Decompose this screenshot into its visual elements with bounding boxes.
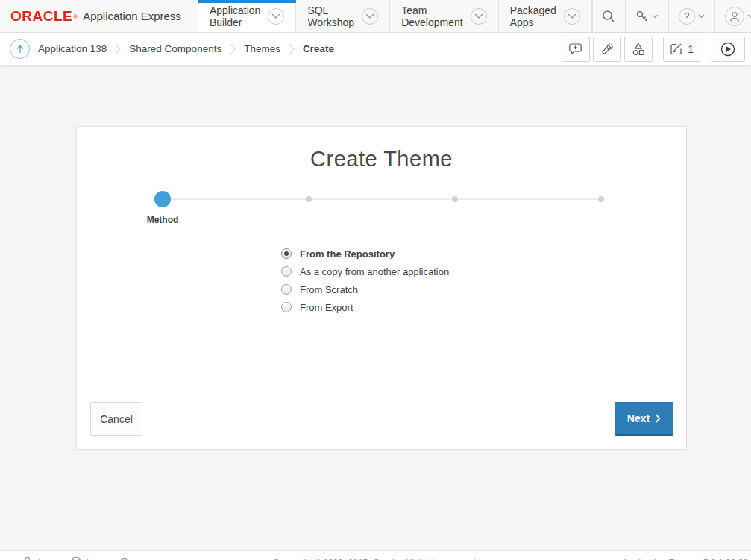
main-nav-tabs: Application Builder SQL Workshop Team De… bbox=[198, 0, 592, 32]
create-theme-wizard-card: Create Theme Method From the Repository … bbox=[76, 126, 687, 450]
chevron-down-icon bbox=[652, 14, 659, 19]
wizard-step-4 bbox=[598, 191, 604, 202]
wizard-step-3 bbox=[452, 191, 458, 202]
shapes-icon bbox=[631, 42, 646, 57]
run-application-button[interactable] bbox=[711, 37, 745, 62]
tab-label: Team Development bbox=[401, 4, 463, 28]
tab-team-development[interactable]: Team Development bbox=[390, 0, 499, 32]
help-menu-button[interactable]: ? bbox=[668, 0, 714, 32]
breadcrumb-shared-components[interactable]: Shared Components bbox=[129, 43, 221, 54]
edit-pencil-icon bbox=[670, 43, 682, 55]
tab-label: Application Builder bbox=[210, 4, 261, 28]
edit-page-button[interactable]: 1 bbox=[663, 37, 700, 62]
radio-option-from-repository[interactable]: From the Repository bbox=[281, 248, 449, 259]
wizard-progress-train: Method bbox=[163, 191, 601, 228]
tab-label: SQL Workshop bbox=[307, 4, 354, 28]
tab-application-builder[interactable]: Application Builder bbox=[198, 0, 297, 32]
pending-step-dot bbox=[306, 196, 312, 202]
feedback-button[interactable] bbox=[562, 37, 590, 62]
step-label: Method bbox=[147, 215, 179, 225]
comment-plus-icon bbox=[568, 42, 583, 56]
current-step-dot bbox=[154, 191, 171, 207]
admin-key-icon bbox=[635, 10, 649, 23]
breadcrumb-themes[interactable]: Themes bbox=[244, 43, 280, 54]
wizard-step-2 bbox=[306, 191, 312, 202]
method-radio-group: From the Repository As a copy from anoth… bbox=[281, 248, 449, 312]
next-button[interactable]: Next bbox=[615, 402, 673, 436]
radio-button-icon[interactable] bbox=[281, 248, 292, 259]
pending-step-dot bbox=[598, 196, 604, 202]
top-navigation-bar: ORACLE® Application Express Application … bbox=[0, 0, 751, 33]
breadcrumb-create: Create bbox=[303, 43, 334, 54]
page-toolbar: 1 bbox=[562, 37, 745, 62]
tab-label: Packaged Apps bbox=[510, 4, 556, 28]
breadcrumb-separator-icon bbox=[115, 43, 121, 56]
tab-sql-workshop[interactable]: SQL Workshop bbox=[296, 0, 390, 32]
help-icon: ? bbox=[679, 8, 695, 25]
radio-option-copy-from-application[interactable]: As a copy from another application bbox=[281, 266, 449, 277]
flashlight-icon bbox=[600, 42, 615, 57]
wizard-step-method: Method bbox=[154, 191, 171, 207]
breadcrumb-bar: Application 138 Shared Components Themes… bbox=[0, 33, 751, 66]
breadcrumb: Application 138 Shared Components Themes… bbox=[38, 43, 334, 56]
shared-components-button[interactable] bbox=[624, 37, 653, 62]
account-menu-button[interactable] bbox=[714, 0, 751, 32]
chevron-down-icon[interactable] bbox=[362, 8, 378, 25]
breadcrumb-separator-icon bbox=[289, 43, 295, 56]
administration-menu-button[interactable] bbox=[625, 0, 668, 32]
pending-step-dot bbox=[452, 196, 458, 202]
radio-option-from-scratch[interactable]: From Scratch bbox=[281, 284, 449, 295]
play-icon bbox=[720, 41, 736, 57]
up-level-icon[interactable] bbox=[10, 39, 30, 59]
radio-button-icon[interactable] bbox=[281, 302, 292, 312]
product-name: Application Express bbox=[83, 10, 181, 22]
top-utility-icons: ? bbox=[592, 0, 751, 32]
cancel-button[interactable]: Cancel bbox=[90, 402, 142, 436]
search-button[interactable] bbox=[592, 0, 625, 32]
oracle-logo-text: ORACLE bbox=[10, 8, 72, 25]
registered-mark: ® bbox=[73, 13, 78, 20]
radio-button-icon[interactable] bbox=[281, 266, 292, 277]
chevron-down-icon[interactable] bbox=[564, 8, 580, 25]
chevron-right-icon bbox=[655, 414, 661, 423]
user-avatar-icon bbox=[725, 7, 744, 26]
chevron-down-icon[interactable] bbox=[268, 8, 284, 25]
breadcrumb-separator-icon bbox=[230, 43, 236, 56]
chevron-down-icon bbox=[698, 14, 705, 19]
wizard-title: Create Theme bbox=[77, 147, 686, 172]
page-footer: tim tim en Copyright © 1999, 2015, Oracl… bbox=[0, 550, 751, 560]
search-icon bbox=[602, 10, 615, 23]
chevron-down-icon bbox=[747, 14, 751, 19]
breadcrumb-application[interactable]: Application 138 bbox=[38, 43, 107, 54]
progress-line bbox=[163, 198, 601, 200]
oracle-apex-logo: ORACLE® Application Express bbox=[0, 0, 198, 32]
radio-option-from-export[interactable]: From Export bbox=[281, 302, 449, 312]
tab-packaged-apps[interactable]: Packaged Apps bbox=[499, 0, 592, 32]
edit-page-number: 1 bbox=[688, 43, 694, 55]
chevron-down-icon[interactable] bbox=[471, 8, 487, 25]
radio-button-icon[interactable] bbox=[281, 284, 292, 295]
advisor-button[interactable] bbox=[593, 37, 621, 62]
